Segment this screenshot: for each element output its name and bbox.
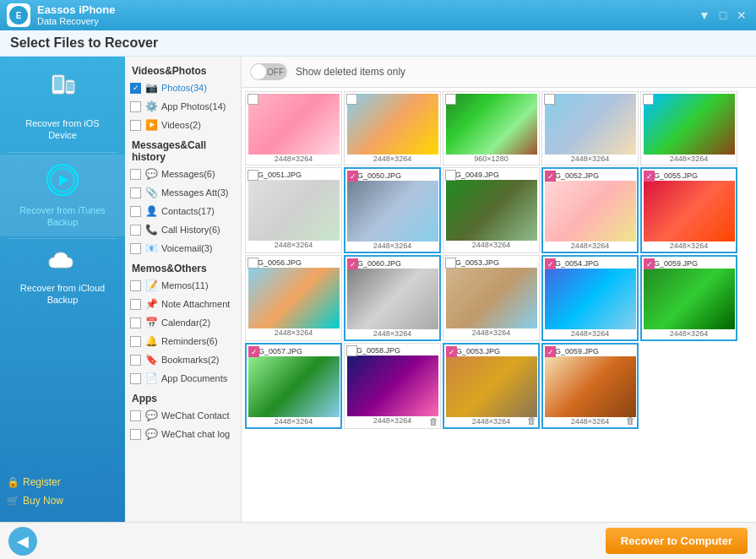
file-thumb-2-1 (347, 269, 438, 329)
category-item-wechat_log[interactable]: 💬WeChat chat log (125, 425, 241, 443)
category-item-contacts[interactable]: 👤Contacts(17) (125, 202, 241, 220)
category-checkbox-app_docs[interactable] (130, 373, 141, 384)
category-item-app_photos[interactable]: ⚙️App Photos(14) (125, 97, 241, 116)
file-item-3-3[interactable]: ✓IMG_0059.JPG2448×3264🗑 (541, 343, 639, 429)
category-item-msg_att[interactable]: 📎Messages Att(3) (125, 183, 241, 202)
file-delete-icon-3-1[interactable]: 🗑 (429, 416, 438, 426)
buy-link[interactable]: 🛒 Buy Now (7, 493, 118, 508)
sidebar-item-icloud[interactable]: Recover from iCloudBackup (0, 241, 125, 315)
file-checkbox-3-1[interactable] (346, 345, 357, 356)
category-item-photos[interactable]: ✓📷Photos(34) (125, 79, 241, 97)
file-name-1-0: IMG_0051.JPG (247, 170, 340, 180)
category-item-app_docs[interactable]: 📄App Documents (125, 369, 241, 388)
file-checkbox-1-2[interactable] (445, 170, 456, 181)
file-item-1-1[interactable]: ✓IMG_0050.JPG2448×3264 (344, 167, 441, 253)
category-item-note_att[interactable]: 📌Note Attachment (125, 295, 241, 313)
category-checkbox-messages[interactable] (130, 169, 141, 180)
file-item-1-3[interactable]: ✓IMG_0052.JPG2448×3264 (541, 167, 639, 253)
category-checkbox-bookmarks[interactable] (130, 355, 141, 366)
file-thumb-0-3 (545, 94, 636, 155)
category-checkbox-photos[interactable]: ✓ (130, 83, 141, 94)
file-checkbox-2-0[interactable] (247, 258, 258, 269)
category-icon-voicemail: 📧 (144, 242, 158, 255)
maximize-button[interactable]: □ (715, 8, 731, 23)
category-checkbox-wechat[interactable] (130, 410, 141, 421)
category-icon-messages: 💬 (144, 167, 158, 181)
category-checkbox-reminders[interactable] (130, 336, 141, 347)
file-delete-icon-3-3[interactable]: 🗑 (626, 415, 635, 426)
file-checkbox-3-2[interactable]: ✓ (446, 346, 457, 357)
file-checkbox-1-0[interactable] (247, 170, 258, 181)
file-checkbox-2-1[interactable]: ✓ (347, 258, 358, 269)
category-checkbox-msg_att[interactable] (130, 187, 141, 198)
category-item-memos[interactable]: 📝Memos(11) (125, 276, 241, 295)
category-label-voicemail: Voicemail(3) (161, 243, 213, 253)
category-checkbox-memos[interactable] (130, 280, 141, 291)
category-item-wechat[interactable]: 💬WeChat Contact (125, 406, 241, 425)
file-checkbox-2-2[interactable] (445, 258, 456, 269)
file-item-2-2[interactable]: IMG_0053.JPG2448×3264 (443, 255, 540, 341)
category-checkbox-calendar[interactable] (130, 317, 141, 328)
file-name-1-1: IMG_0050.JPG (347, 171, 438, 181)
file-thumb-2-0 (248, 268, 340, 328)
file-item-3-1[interactable]: IMG_0058.JPG2448×3264🗑 (344, 343, 441, 429)
file-item-0-2[interactable]: 960×1280 (443, 91, 540, 166)
file-checkbox-2-4[interactable]: ✓ (644, 258, 655, 269)
file-item-2-3[interactable]: ✓IMG_0054.JPG2448×3264 (541, 255, 639, 341)
file-item-3-2[interactable]: ✓IMG_0053.JPG2448×3264🗑 (443, 343, 540, 429)
category-item-videos[interactable]: ▶️Videos(2) (125, 116, 241, 134)
close-button[interactable]: ✕ (734, 8, 749, 23)
file-item-0-3[interactable]: 2448×3264 (541, 91, 639, 166)
category-checkbox-videos[interactable] (130, 120, 141, 131)
file-item-0-4[interactable]: 2448×3264 (640, 91, 737, 166)
category-checkbox-app_photos[interactable] (130, 101, 141, 112)
file-thumb-1-1 (347, 181, 438, 242)
svg-rect-3 (54, 77, 63, 90)
file-checkbox-3-0[interactable]: ✓ (248, 346, 259, 357)
file-thumb-1-4 (644, 181, 735, 242)
category-item-messages[interactable]: 💬Messages(6) (125, 165, 241, 183)
back-button[interactable]: ◀ (8, 527, 37, 556)
file-item-3-0[interactable]: ✓IMG_0057.JPG2448×3264 (245, 343, 342, 429)
file-item-1-2[interactable]: IMG_0049.JPG2448×3264 (443, 167, 540, 253)
file-checkbox-2-3[interactable]: ✓ (545, 258, 556, 269)
file-thumb-3-2 (446, 356, 537, 417)
category-checkbox-note_att[interactable] (130, 299, 141, 310)
file-checkbox-0-0[interactable] (247, 94, 258, 105)
sidebar-divider-1 (7, 152, 118, 153)
file-checkbox-3-3[interactable]: ✓ (545, 346, 556, 357)
file-thumb-3-1 (347, 355, 438, 416)
sidebar-itunes-label: Recover from iTunesBackup (19, 204, 106, 229)
recover-button[interactable]: Recover to Computer (606, 528, 748, 554)
category-checkbox-call_history[interactable] (130, 225, 141, 236)
category-checkbox-wechat_log[interactable] (130, 429, 141, 440)
file-item-0-1[interactable]: 2448×3264 (344, 91, 441, 166)
file-delete-icon-3-2[interactable]: 🗑 (527, 415, 536, 426)
file-item-0-0[interactable]: 2448×3264 (245, 91, 342, 166)
file-checkbox-0-2[interactable] (445, 94, 456, 105)
file-thumb-2-3 (545, 269, 636, 329)
file-item-1-0[interactable]: IMG_0051.JPG2448×3264 (245, 167, 342, 253)
register-link[interactable]: 🔒 Register (7, 475, 118, 490)
sidebar-item-itunes[interactable]: Recover from iTunesBackup (0, 155, 125, 237)
category-item-reminders[interactable]: 🔔Reminders(6) (125, 332, 241, 350)
file-checkbox-0-3[interactable] (544, 94, 555, 105)
file-checkbox-1-3[interactable]: ✓ (545, 171, 556, 182)
category-checkbox-contacts[interactable] (130, 206, 141, 217)
category-checkbox-voicemail[interactable] (130, 243, 141, 254)
category-item-bookmarks[interactable]: 🔖Bookmarks(2) (125, 350, 241, 369)
file-checkbox-1-1[interactable]: ✓ (347, 171, 358, 182)
minimize-button[interactable]: ▼ (697, 8, 712, 23)
file-item-1-4[interactable]: ✓IMG_0055.JPG2448×3264 (640, 167, 737, 253)
file-item-2-0[interactable]: IMG_0056.JPG2448×3264 (245, 255, 342, 341)
category-item-call_history[interactable]: 📞Call History(6) (125, 220, 241, 239)
file-item-2-1[interactable]: ✓IMG_0060.JPG2448×3264 (344, 255, 441, 341)
category-item-voicemail[interactable]: 📧Voicemail(3) (125, 239, 241, 258)
category-item-calendar[interactable]: 📅Calendar(2) (125, 313, 241, 332)
sidebar-item-ios[interactable]: Recover from iOSDevice (0, 63, 125, 150)
show-deleted-toggle[interactable]: OFF (250, 63, 287, 80)
file-checkbox-0-4[interactable] (643, 94, 654, 105)
file-checkbox-0-1[interactable] (346, 94, 357, 105)
file-checkbox-1-4[interactable]: ✓ (644, 171, 655, 182)
file-item-2-4[interactable]: ✓IMG_0059.JPG2448×3264 (640, 255, 737, 341)
